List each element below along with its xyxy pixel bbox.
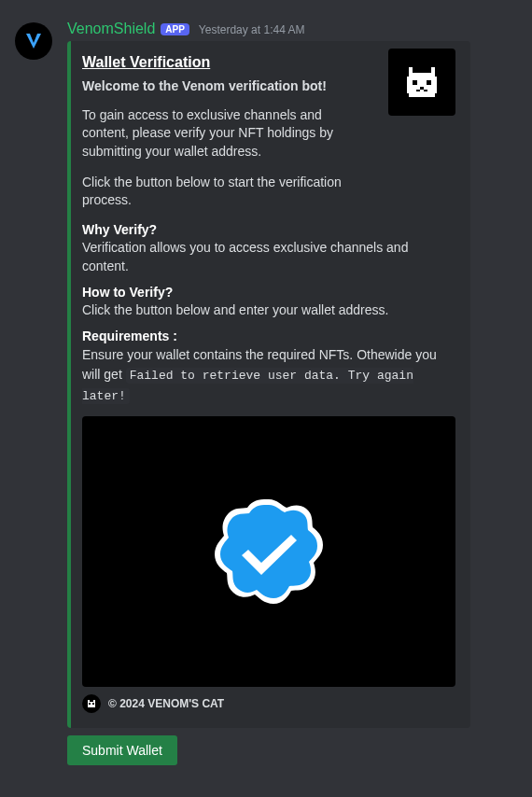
svg-rect-5 — [409, 93, 435, 97]
svg-rect-2 — [409, 73, 435, 77]
svg-rect-8 — [420, 87, 424, 90]
embed-card: Wallet Verification Welcome to the Venom… — [67, 41, 470, 728]
svg-rect-14 — [89, 703, 91, 705]
embed-footer: © 2024 VENOM'S CAT — [82, 694, 455, 713]
svg-rect-12 — [93, 700, 95, 702]
footer-text: © 2024 VENOM'S CAT — [108, 697, 224, 710]
embed-description-1: To gain access to exclusive channels and… — [82, 106, 362, 161]
message-header: VenomShield APP Yesterday at 1:44 AM — [67, 21, 517, 37]
embed-description-2: Click the button below to start the veri… — [82, 174, 362, 210]
field-why-title: Why Verify? — [82, 222, 455, 237]
footer-icon — [82, 694, 101, 713]
field-how-title: How to Verify? — [82, 285, 455, 300]
field-why-value: Verification allows you to access exclus… — [82, 239, 455, 275]
timestamp: Yesterday at 1:44 AM — [199, 23, 305, 36]
username[interactable]: VenomShield — [67, 21, 155, 37]
svg-rect-10 — [424, 90, 427, 91]
message-content: VenomShield APP Yesterday at 1:44 AM — [67, 21, 517, 765]
verified-badge-icon — [208, 491, 329, 612]
svg-rect-15 — [92, 703, 94, 705]
embed-subtitle: Welcome to the Venom verification bot! — [82, 78, 362, 93]
req-code: Failed to retrieve user data. Try again … — [82, 368, 413, 404]
svg-rect-0 — [409, 67, 413, 73]
field-req-title: Requirements : — [82, 329, 455, 343]
embed-thumbnail[interactable] — [388, 49, 455, 116]
cat-small-icon — [86, 698, 97, 709]
embed-image[interactable] — [82, 416, 455, 687]
button-row: Submit Wallet — [67, 735, 517, 765]
venom-logo-icon — [22, 30, 45, 52]
field-how-value: Click the button below and enter your wa… — [82, 301, 455, 319]
field-req-value: Ensure your wallet contains the required… — [82, 345, 455, 405]
submit-wallet-button[interactable]: Submit Wallet — [67, 735, 177, 765]
bot-avatar[interactable] — [15, 22, 52, 60]
embed-title[interactable]: Wallet Verification — [82, 54, 362, 71]
app-badge: APP — [161, 23, 189, 35]
svg-rect-1 — [431, 67, 435, 73]
svg-rect-11 — [88, 700, 90, 702]
svg-rect-3 — [407, 77, 437, 80]
svg-rect-9 — [416, 90, 420, 91]
svg-rect-7 — [427, 80, 431, 85]
svg-rect-6 — [413, 80, 417, 85]
message-container: VenomShield APP Yesterday at 1:44 AM — [0, 19, 532, 765]
cat-pixel-icon — [401, 62, 442, 103]
